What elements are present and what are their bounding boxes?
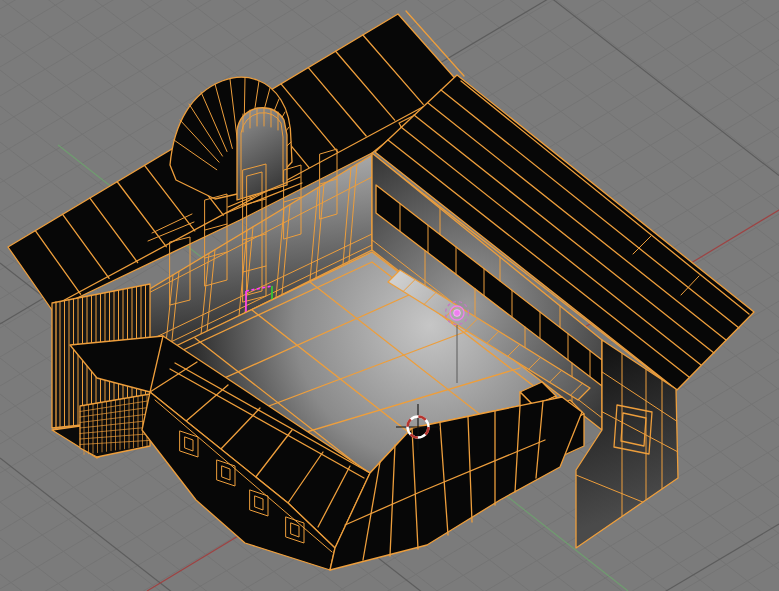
viewport-canvas[interactable]	[0, 0, 779, 591]
blender-3d-viewport[interactable]	[0, 0, 779, 591]
